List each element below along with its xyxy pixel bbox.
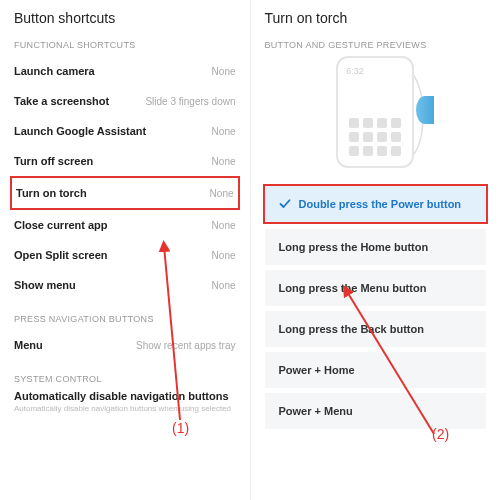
row-label: Turn on torch: [16, 187, 87, 199]
row-value: None: [212, 156, 236, 167]
row-screenshot[interactable]: Take a screenshot Slide 3 fingers down: [14, 86, 236, 116]
row-value: None: [212, 126, 236, 137]
check-icon: [279, 198, 291, 210]
page-title-right: Turn on torch: [265, 10, 487, 26]
annotation-step-2: (2): [432, 426, 449, 442]
phone-app-grid: [349, 118, 401, 156]
option-double-press-power[interactable]: Double press the Power button: [263, 184, 489, 224]
row-label: Take a screenshot: [14, 95, 109, 107]
row-label: Open Split screen: [14, 249, 108, 261]
row-turn-on-torch[interactable]: Turn on torch None: [16, 178, 234, 208]
phone-time: 6:32: [346, 66, 364, 76]
row-label: Close current app: [14, 219, 108, 231]
annotation-step-1: (1): [172, 420, 189, 436]
option-label: Long press the Home button: [279, 241, 429, 253]
option-label: Power + Menu: [279, 405, 353, 417]
row-label: Launch Google Assistant: [14, 125, 146, 137]
section-system-control: SYSTEM CONTROL: [14, 374, 236, 384]
option-long-press-back[interactable]: Long press the Back button: [265, 311, 487, 347]
row-value: Slide 3 fingers down: [145, 96, 235, 107]
row-turn-off-screen[interactable]: Turn off screen None: [14, 146, 236, 176]
row-label: Show menu: [14, 279, 76, 291]
shortcuts-pane: Button shortcuts FUNCTIONAL SHORTCUTS La…: [0, 0, 251, 500]
option-power-menu[interactable]: Power + Menu: [265, 393, 487, 429]
row-menu[interactable]: Menu Show recent apps tray: [14, 330, 236, 360]
row-value: None: [212, 280, 236, 291]
torch-options-pane: Turn on torch BUTTON AND GESTURE PREVIEW…: [251, 0, 501, 500]
option-label: Power + Home: [279, 364, 355, 376]
row-label: Turn off screen: [14, 155, 93, 167]
row-launch-camera[interactable]: Launch camera None: [14, 56, 236, 86]
row-value: None: [212, 250, 236, 261]
phone-mockup: 6:32: [336, 56, 414, 168]
auto-disable-title[interactable]: Automatically disable navigation buttons: [14, 390, 236, 402]
highlight-box-torch: Turn on torch None: [10, 176, 240, 210]
row-label: Launch camera: [14, 65, 95, 77]
row-split-screen[interactable]: Open Split screen None: [14, 240, 236, 270]
option-long-press-home[interactable]: Long press the Home button: [265, 229, 487, 265]
option-label: Long press the Back button: [279, 323, 424, 335]
row-close-app[interactable]: Close current app None: [14, 210, 236, 240]
section-previews: BUTTON AND GESTURE PREVIEWS: [265, 40, 487, 50]
preview-graphic: 6:32: [265, 56, 487, 174]
option-power-home[interactable]: Power + Home: [265, 352, 487, 388]
section-nav-buttons: PRESS NAVIGATION BUTTONS: [14, 314, 236, 324]
option-long-press-menu[interactable]: Long press the Menu button: [265, 270, 487, 306]
row-google-assistant[interactable]: Launch Google Assistant None: [14, 116, 236, 146]
section-functional: FUNCTIONAL SHORTCUTS: [14, 40, 236, 50]
option-label: Double press the Power button: [299, 198, 462, 210]
option-label: Long press the Menu button: [279, 282, 427, 294]
row-value: None: [210, 188, 234, 199]
page-title-left: Button shortcuts: [14, 10, 236, 26]
row-value: Show recent apps tray: [136, 340, 236, 351]
auto-disable-sub: Automatically disable navigation buttons…: [14, 404, 236, 413]
row-label: Menu: [14, 339, 43, 351]
row-show-menu[interactable]: Show menu None: [14, 270, 236, 300]
power-button-press-icon: [416, 96, 434, 124]
row-value: None: [212, 66, 236, 77]
row-value: None: [212, 220, 236, 231]
